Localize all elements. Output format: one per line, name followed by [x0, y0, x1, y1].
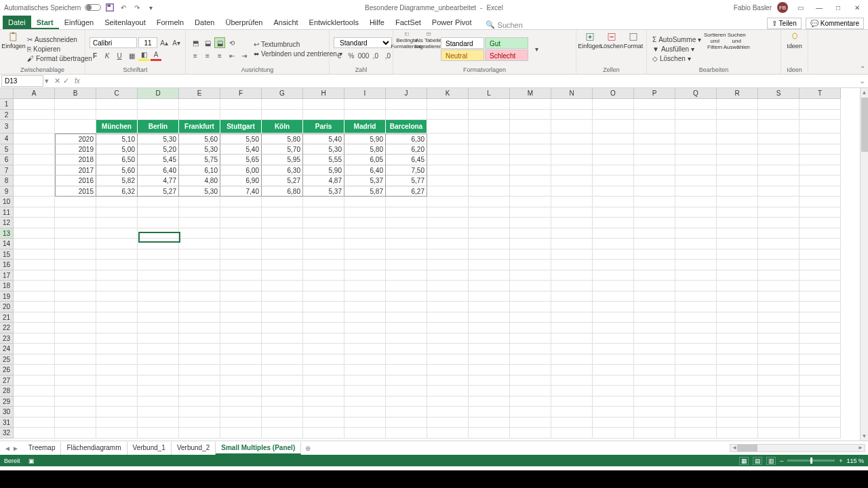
cell[interactable]: [138, 207, 179, 218]
cell[interactable]: [800, 249, 841, 260]
cell[interactable]: [386, 344, 427, 354]
insert-cells-button[interactable]: Einfügen: [580, 32, 599, 49]
cell[interactable]: [469, 99, 510, 110]
cell[interactable]: [427, 291, 469, 302]
row-header[interactable]: 2: [0, 110, 14, 121]
cell[interactable]: [427, 396, 469, 407]
cell[interactable]: [800, 218, 841, 228]
cell[interactable]: [510, 239, 551, 249]
cell[interactable]: [551, 333, 593, 344]
cell[interactable]: [303, 418, 344, 428]
cell[interactable]: [262, 428, 303, 439]
cell[interactable]: [758, 270, 800, 281]
cell[interactable]: [138, 354, 179, 365]
cell[interactable]: [386, 418, 427, 428]
cell[interactable]: 6,30: [262, 165, 303, 176]
col-header[interactable]: N: [551, 88, 593, 99]
cell[interactable]: [551, 302, 593, 312]
cell[interactable]: [138, 428, 179, 439]
cell[interactable]: [717, 396, 758, 407]
cell[interactable]: [427, 407, 469, 418]
align-top-icon[interactable]: ⬒: [190, 37, 201, 48]
cell[interactable]: [510, 291, 551, 302]
cell[interactable]: 6,05: [344, 155, 386, 165]
cell[interactable]: [138, 260, 179, 270]
cell[interactable]: [14, 110, 55, 121]
qat-dropdown-icon[interactable]: ▾: [146, 3, 155, 12]
cell[interactable]: [758, 375, 800, 386]
cell[interactable]: [386, 428, 427, 439]
cell[interactable]: [386, 312, 427, 323]
format-painter-button[interactable]: 🖌Format übertragen: [26, 54, 94, 63]
zoom-out-icon[interactable]: –: [780, 458, 783, 464]
cell[interactable]: [634, 155, 675, 165]
indent-dec-icon[interactable]: ⇤: [226, 50, 237, 61]
col-header[interactable]: S: [758, 88, 800, 99]
cell[interactable]: 5,90: [344, 134, 386, 144]
cell[interactable]: [551, 249, 593, 260]
cell[interactable]: [717, 207, 758, 218]
styles-more-icon[interactable]: ▾: [531, 44, 542, 55]
cell[interactable]: [427, 312, 469, 323]
cell[interactable]: [386, 291, 427, 302]
cell[interactable]: [14, 323, 55, 333]
sheet-nav-prev-icon[interactable]: ◄: [4, 445, 11, 452]
underline-button[interactable]: U: [114, 50, 125, 61]
cell[interactable]: [551, 260, 593, 270]
cell[interactable]: [800, 144, 841, 155]
cell[interactable]: [469, 302, 510, 312]
cell[interactable]: [800, 333, 841, 344]
cell[interactable]: [344, 428, 386, 439]
cell[interactable]: [14, 333, 55, 344]
cell[interactable]: [96, 281, 138, 291]
cell[interactable]: [510, 99, 551, 110]
cell[interactable]: [758, 155, 800, 165]
cell[interactable]: [675, 386, 717, 396]
currency-icon[interactable]: €: [334, 50, 344, 61]
close-icon[interactable]: ✕: [850, 3, 864, 12]
font-name-input[interactable]: [90, 37, 137, 48]
cell[interactable]: [96, 291, 138, 302]
number-format-select[interactable]: Standard: [334, 37, 392, 48]
cell[interactable]: [469, 418, 510, 428]
scroll-thumb[interactable]: [861, 98, 868, 152]
cell[interactable]: [634, 120, 675, 134]
cell[interactable]: [220, 354, 262, 365]
cell[interactable]: 5,50: [220, 134, 262, 144]
cell[interactable]: [220, 333, 262, 344]
cell[interactable]: [303, 249, 344, 260]
col-header[interactable]: J: [386, 88, 427, 99]
row-header[interactable]: 24: [0, 344, 14, 354]
cell[interactable]: 5,75: [179, 155, 220, 165]
cell[interactable]: [758, 396, 800, 407]
cell[interactable]: [303, 396, 344, 407]
col-header[interactable]: I: [344, 88, 386, 99]
cell[interactable]: [427, 144, 469, 155]
cell[interactable]: [220, 312, 262, 323]
cell[interactable]: 5,77: [386, 176, 427, 186]
cell[interactable]: [179, 228, 220, 239]
cell[interactable]: [55, 228, 96, 239]
align-right-icon[interactable]: ≡: [214, 50, 225, 61]
tab-daten[interactable]: Daten: [189, 16, 220, 29]
cell[interactable]: [758, 165, 800, 176]
cell[interactable]: [427, 333, 469, 344]
cell[interactable]: [469, 110, 510, 121]
cell[interactable]: [303, 354, 344, 365]
cell[interactable]: [469, 312, 510, 323]
cell[interactable]: [758, 144, 800, 155]
cell[interactable]: [634, 134, 675, 144]
cell[interactable]: [510, 333, 551, 344]
cell[interactable]: [303, 281, 344, 291]
cell[interactable]: [510, 165, 551, 176]
style-schlecht[interactable]: Schlecht: [485, 49, 528, 61]
cell[interactable]: [138, 323, 179, 333]
cell[interactable]: [675, 291, 717, 302]
row-header[interactable]: 30: [0, 407, 14, 418]
cell[interactable]: [469, 134, 510, 144]
cell[interactable]: 5,82: [96, 176, 138, 186]
cell[interactable]: [179, 323, 220, 333]
col-header[interactable]: O: [593, 88, 634, 99]
cell[interactable]: [717, 186, 758, 197]
row-header[interactable]: 1: [0, 99, 14, 110]
